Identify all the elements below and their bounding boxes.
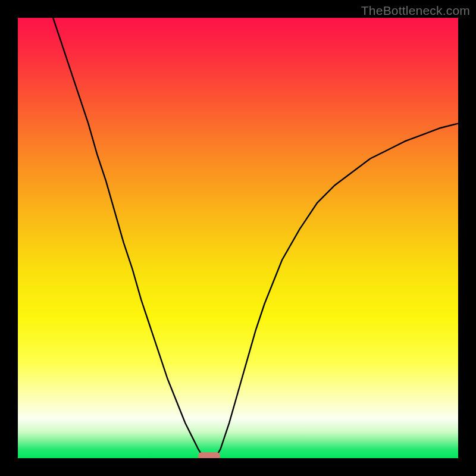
plot-area xyxy=(18,18,458,458)
curve-left-branch xyxy=(53,18,203,456)
chart-frame: TheBottleneck.com xyxy=(0,0,476,476)
optimum-marker xyxy=(198,452,220,458)
curve-right-branch xyxy=(216,124,458,456)
watermark-text: TheBottleneck.com xyxy=(361,4,470,18)
bottleneck-curve xyxy=(18,18,458,458)
